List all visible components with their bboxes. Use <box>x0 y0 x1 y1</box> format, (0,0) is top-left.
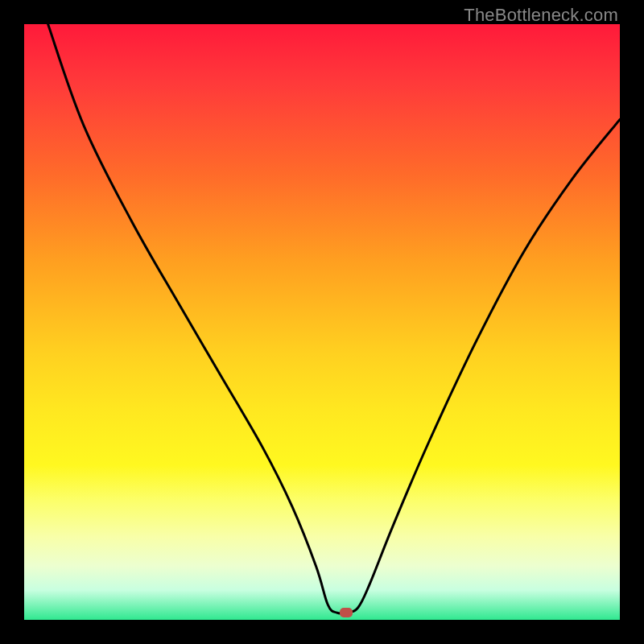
watermark-text: TheBottleneck.com <box>464 5 618 26</box>
bottleneck-curve <box>24 24 620 620</box>
plot-area <box>24 24 620 620</box>
chart-frame: TheBottleneck.com <box>0 0 644 644</box>
optimal-point-marker <box>340 608 353 617</box>
